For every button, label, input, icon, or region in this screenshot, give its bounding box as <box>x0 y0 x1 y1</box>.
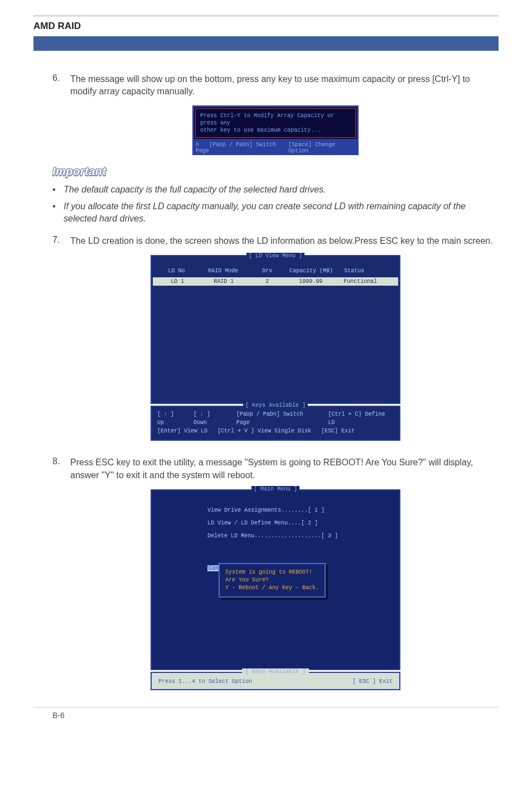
ldview-header-drv: Drv <box>251 268 284 274</box>
bullet-1: • The default capacity is the full capac… <box>52 184 499 196</box>
bullet-2: • If you allocate the first LD capacity … <box>52 200 499 225</box>
ldview-header-raidmode: RAID Mode <box>196 268 251 274</box>
bullet-1-text: The default capacity is the full capacit… <box>64 184 326 196</box>
ss1-line2: other key to use maximum capacity... <box>200 127 351 134</box>
ss1-foot-right: [Space] Change Option <box>288 142 355 154</box>
ldview-title: [ LD View Menu ] <box>246 253 304 259</box>
reboot-dialog-line3: Y - Reboot / Any Key - Back. <box>225 584 319 592</box>
ldview-header-capacity: Capacity (MB) <box>284 268 339 274</box>
ld-view-menu-screenshot: [ LD View Menu ] LD No RAID Mode Drv Cap… <box>151 255 400 441</box>
header-divider <box>38 36 499 51</box>
mainmenu-keys-title: [ Keys Available ] <box>242 668 309 675</box>
reboot-dialog-line2: Are You Sure? <box>225 576 319 584</box>
ldview-key-viewsingle: [Ctrl + V ] View Single Disk <box>217 427 311 435</box>
ss1-foot-left: [PaUp / PaDn] Switch Page <box>196 142 276 154</box>
step-6-number: 6. <box>52 73 70 98</box>
ldview-key-switchpage: [PaUp / PaDn] Switch Page <box>236 410 318 427</box>
step-7-text: The LD creation is done, the screen show… <box>70 235 493 247</box>
ldview-key-viewld: [Enter] View LD <box>157 427 207 435</box>
page-number: B-6 <box>33 711 499 720</box>
mainmenu-keys-exit: [ ESC ] Exit <box>352 678 393 685</box>
ldview-header-status: Status <box>338 268 394 274</box>
mainmenu-title: [ Main Menu ] <box>252 486 299 492</box>
page-header-title: AMD RAID <box>33 16 499 36</box>
ldview-keys-title: [ Keys Available ] <box>243 402 308 408</box>
mainmenu-item-2: LD View / LD Define Menu....[ 2 ] <box>207 520 389 526</box>
step-8-number: 8. <box>52 456 70 481</box>
ldview-row1-status: Functional <box>338 278 393 285</box>
ldview-row1-ldno: LD 1 <box>158 278 196 285</box>
step-6: 6. The message will show up on the botto… <box>52 73 499 98</box>
ldview-key-defineld: [Ctrl + C] Define LD <box>328 410 394 427</box>
ss1-foot-n: n <box>196 142 199 148</box>
step-6-text: The message will show up on the bottom, … <box>70 73 499 98</box>
reboot-dialog: System is going to REBOOT! Are You Sure?… <box>219 563 326 598</box>
step-8: 8. Press ESC key to exit the utility, a … <box>52 456 499 481</box>
ldview-key-up: [ ↑ ] Up <box>157 410 183 427</box>
ldview-row1-capacity: 1999.99 <box>284 278 338 285</box>
mainmenu-con-fragment: Con <box>207 565 220 571</box>
step-7-number: 7. <box>52 235 70 247</box>
bullet-2-text: If you allocate the first LD capacity ma… <box>64 200 499 225</box>
modify-capacity-screenshot: Press Ctrl-Y to Modify Array Capacity or… <box>192 105 359 155</box>
main-menu-screenshot: [ Main Menu ] View Drive Assignments....… <box>151 489 400 690</box>
ldview-row1-drv: 2 <box>251 278 284 285</box>
ss1-line1: Press Ctrl-Y to Modify Array Capacity or… <box>200 112 351 127</box>
important-heading: Important <box>52 165 499 178</box>
step-7: 7. The LD creation is done, the screen s… <box>52 235 499 247</box>
reboot-dialog-line1: System is going to REBOOT! <box>225 569 319 576</box>
mainmenu-item-1: View Drive Assignments........[ 1 ] <box>207 507 389 513</box>
step-8-text: Press ESC key to exit the utility, a mes… <box>70 456 499 481</box>
ldview-row1-raidmode: RAID 1 <box>196 278 251 285</box>
ldview-key-exit: [ESC] Exit <box>321 427 355 435</box>
mainmenu-keys-select: Press 1...4 to Select Option <box>158 678 252 685</box>
ldview-key-down: [ ↓ ] Down <box>194 410 226 427</box>
ldview-header-ldno: LD No <box>157 268 196 274</box>
mainmenu-item-3: Delete LD Menu....................[ 3 ] <box>207 533 389 539</box>
